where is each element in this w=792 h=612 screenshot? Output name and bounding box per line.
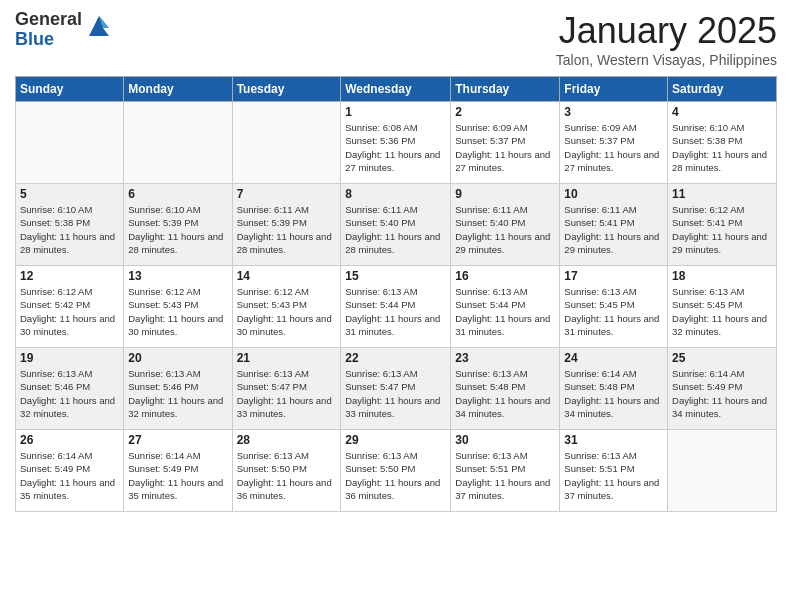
calendar-week-row: 12Sunrise: 6:12 AMSunset: 5:42 PMDayligh… — [16, 266, 777, 348]
day-info: Sunrise: 6:13 AMSunset: 5:47 PMDaylight:… — [237, 367, 337, 420]
table-row: 23Sunrise: 6:13 AMSunset: 5:48 PMDayligh… — [451, 348, 560, 430]
day-info: Sunrise: 6:12 AMSunset: 5:41 PMDaylight:… — [672, 203, 772, 256]
table-row: 22Sunrise: 6:13 AMSunset: 5:47 PMDayligh… — [341, 348, 451, 430]
table-row — [232, 102, 341, 184]
day-number: 31 — [564, 433, 663, 447]
day-info: Sunrise: 6:12 AMSunset: 5:43 PMDaylight:… — [128, 285, 227, 338]
table-row: 7Sunrise: 6:11 AMSunset: 5:39 PMDaylight… — [232, 184, 341, 266]
sunset-text: Sunset: 5:49 PM — [20, 462, 119, 475]
sunrise-text: Sunrise: 6:11 AM — [237, 203, 337, 216]
sunset-text: Sunset: 5:40 PM — [345, 216, 446, 229]
day-info: Sunrise: 6:10 AMSunset: 5:38 PMDaylight:… — [672, 121, 772, 174]
day-number: 8 — [345, 187, 446, 201]
sunrise-text: Sunrise: 6:13 AM — [128, 367, 227, 380]
sunrise-text: Sunrise: 6:13 AM — [20, 367, 119, 380]
daylight-text: Daylight: 11 hours and 28 minutes. — [345, 230, 446, 257]
table-row — [668, 430, 777, 512]
daylight-text: Daylight: 11 hours and 27 minutes. — [455, 148, 555, 175]
logo-general: General — [15, 9, 82, 29]
sunset-text: Sunset: 5:44 PM — [345, 298, 446, 311]
daylight-text: Daylight: 11 hours and 34 minutes. — [564, 394, 663, 421]
table-row: 6Sunrise: 6:10 AMSunset: 5:39 PMDaylight… — [124, 184, 232, 266]
day-info: Sunrise: 6:14 AMSunset: 5:49 PMDaylight:… — [20, 449, 119, 502]
sunset-text: Sunset: 5:38 PM — [20, 216, 119, 229]
sunset-text: Sunset: 5:44 PM — [455, 298, 555, 311]
logo: General Blue — [15, 10, 113, 50]
day-number: 28 — [237, 433, 337, 447]
sunset-text: Sunset: 5:37 PM — [564, 134, 663, 147]
daylight-text: Daylight: 11 hours and 28 minutes. — [237, 230, 337, 257]
logo-icon — [85, 12, 113, 40]
day-number: 17 — [564, 269, 663, 283]
day-info: Sunrise: 6:13 AMSunset: 5:48 PMDaylight:… — [455, 367, 555, 420]
sunset-text: Sunset: 5:39 PM — [128, 216, 227, 229]
table-row — [124, 102, 232, 184]
sunrise-text: Sunrise: 6:11 AM — [345, 203, 446, 216]
calendar-week-row: 19Sunrise: 6:13 AMSunset: 5:46 PMDayligh… — [16, 348, 777, 430]
daylight-text: Daylight: 11 hours and 36 minutes. — [345, 476, 446, 503]
sunrise-text: Sunrise: 6:10 AM — [128, 203, 227, 216]
table-row: 20Sunrise: 6:13 AMSunset: 5:46 PMDayligh… — [124, 348, 232, 430]
day-number: 21 — [237, 351, 337, 365]
sunset-text: Sunset: 5:36 PM — [345, 134, 446, 147]
day-number: 19 — [20, 351, 119, 365]
table-row: 31Sunrise: 6:13 AMSunset: 5:51 PMDayligh… — [560, 430, 668, 512]
daylight-text: Daylight: 11 hours and 37 minutes. — [564, 476, 663, 503]
day-number: 15 — [345, 269, 446, 283]
sunset-text: Sunset: 5:43 PM — [237, 298, 337, 311]
day-info: Sunrise: 6:13 AMSunset: 5:46 PMDaylight:… — [20, 367, 119, 420]
calendar-week-row: 5Sunrise: 6:10 AMSunset: 5:38 PMDaylight… — [16, 184, 777, 266]
table-row: 13Sunrise: 6:12 AMSunset: 5:43 PMDayligh… — [124, 266, 232, 348]
day-info: Sunrise: 6:13 AMSunset: 5:47 PMDaylight:… — [345, 367, 446, 420]
sunrise-text: Sunrise: 6:12 AM — [672, 203, 772, 216]
table-row: 1Sunrise: 6:08 AMSunset: 5:36 PMDaylight… — [341, 102, 451, 184]
sunset-text: Sunset: 5:41 PM — [564, 216, 663, 229]
sunrise-text: Sunrise: 6:13 AM — [237, 449, 337, 462]
header-monday: Monday — [124, 77, 232, 102]
sunset-text: Sunset: 5:37 PM — [455, 134, 555, 147]
sunset-text: Sunset: 5:42 PM — [20, 298, 119, 311]
sunset-text: Sunset: 5:46 PM — [20, 380, 119, 393]
daylight-text: Daylight: 11 hours and 30 minutes. — [237, 312, 337, 339]
sunrise-text: Sunrise: 6:10 AM — [20, 203, 119, 216]
day-number: 5 — [20, 187, 119, 201]
sunrise-text: Sunrise: 6:13 AM — [237, 367, 337, 380]
table-row: 18Sunrise: 6:13 AMSunset: 5:45 PMDayligh… — [668, 266, 777, 348]
sunset-text: Sunset: 5:48 PM — [564, 380, 663, 393]
sunset-text: Sunset: 5:47 PM — [345, 380, 446, 393]
day-info: Sunrise: 6:13 AMSunset: 5:44 PMDaylight:… — [455, 285, 555, 338]
day-info: Sunrise: 6:12 AMSunset: 5:43 PMDaylight:… — [237, 285, 337, 338]
calendar: Sunday Monday Tuesday Wednesday Thursday… — [15, 76, 777, 512]
day-info: Sunrise: 6:13 AMSunset: 5:50 PMDaylight:… — [345, 449, 446, 502]
calendar-week-row: 26Sunrise: 6:14 AMSunset: 5:49 PMDayligh… — [16, 430, 777, 512]
day-info: Sunrise: 6:09 AMSunset: 5:37 PMDaylight:… — [455, 121, 555, 174]
sunrise-text: Sunrise: 6:11 AM — [455, 203, 555, 216]
table-row — [16, 102, 124, 184]
table-row: 15Sunrise: 6:13 AMSunset: 5:44 PMDayligh… — [341, 266, 451, 348]
day-number: 20 — [128, 351, 227, 365]
daylight-text: Daylight: 11 hours and 31 minutes. — [455, 312, 555, 339]
calendar-week-row: 1Sunrise: 6:08 AMSunset: 5:36 PMDaylight… — [16, 102, 777, 184]
day-number: 7 — [237, 187, 337, 201]
day-number: 29 — [345, 433, 446, 447]
sunrise-text: Sunrise: 6:14 AM — [564, 367, 663, 380]
day-number: 14 — [237, 269, 337, 283]
day-number: 9 — [455, 187, 555, 201]
table-row: 21Sunrise: 6:13 AMSunset: 5:47 PMDayligh… — [232, 348, 341, 430]
daylight-text: Daylight: 11 hours and 35 minutes. — [20, 476, 119, 503]
month-title: January 2025 — [556, 10, 777, 52]
sunrise-text: Sunrise: 6:12 AM — [20, 285, 119, 298]
sunrise-text: Sunrise: 6:13 AM — [564, 285, 663, 298]
sunset-text: Sunset: 5:50 PM — [345, 462, 446, 475]
day-info: Sunrise: 6:13 AMSunset: 5:44 PMDaylight:… — [345, 285, 446, 338]
sunrise-text: Sunrise: 6:13 AM — [564, 449, 663, 462]
sunset-text: Sunset: 5:41 PM — [672, 216, 772, 229]
logo-blue: Blue — [15, 29, 54, 49]
day-info: Sunrise: 6:08 AMSunset: 5:36 PMDaylight:… — [345, 121, 446, 174]
day-number: 27 — [128, 433, 227, 447]
title-block: January 2025 Talon, Western Visayas, Phi… — [556, 10, 777, 68]
sunset-text: Sunset: 5:51 PM — [455, 462, 555, 475]
daylight-text: Daylight: 11 hours and 31 minutes. — [564, 312, 663, 339]
daylight-text: Daylight: 11 hours and 29 minutes. — [455, 230, 555, 257]
daylight-text: Daylight: 11 hours and 27 minutes. — [564, 148, 663, 175]
